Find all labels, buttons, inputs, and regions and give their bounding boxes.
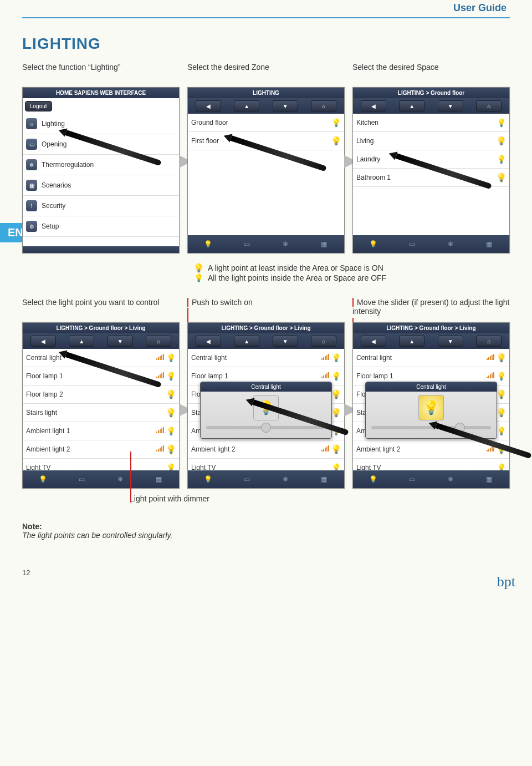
bottom-bulb-icon: 💡 xyxy=(361,474,386,485)
bottom-bulb-icon: 💡 xyxy=(361,239,386,250)
screen-zones: LIGHTING ◀ ▲ ▼ ⌂ Ground floor💡 First flo… xyxy=(187,87,345,253)
nav-down-button[interactable]: ▼ xyxy=(273,100,298,111)
opening-icon: ▭ xyxy=(26,139,37,150)
zone-item-ground[interactable]: Ground floor💡 xyxy=(188,114,344,132)
page-number: 12 xyxy=(22,569,510,577)
security-icon: ! xyxy=(26,200,37,211)
nav-up-button[interactable]: ▲ xyxy=(234,100,259,111)
screen-home: HOME SAPIENS WEB INTERFACE Logout ☼Light… xyxy=(22,87,180,253)
bottom-bulb-icon: 💡 xyxy=(196,239,221,250)
bulb-on-icon: 💡 xyxy=(331,136,341,145)
bottom-scenario-icon: ▦ xyxy=(311,239,336,250)
dimmer-bars-icon xyxy=(156,445,164,453)
bulb-on-icon: 💡 xyxy=(497,408,506,417)
bpt-logo: bpt xyxy=(497,574,515,590)
light-item[interactable]: Stairs light💡 xyxy=(23,404,179,422)
bottom-bulb-icon: 💡 xyxy=(196,474,221,485)
dimmer-bars-icon xyxy=(156,372,164,380)
light-item[interactable]: Light TV💡 xyxy=(353,459,509,470)
nav-up-button[interactable]: ▲ xyxy=(399,336,424,347)
light-item[interactable]: Central light💡 xyxy=(353,349,509,367)
lighting-icon: ☼ xyxy=(26,118,37,129)
light-item[interactable]: Light TV💡 xyxy=(188,459,344,470)
nav-home-button[interactable]: ⌂ xyxy=(476,336,502,347)
bottom-bar xyxy=(23,246,179,253)
nav-back-button[interactable]: ◀ xyxy=(361,100,386,111)
nav-home-button[interactable]: ⌂ xyxy=(311,100,336,111)
scenarios-icon: ▦ xyxy=(26,180,37,191)
menu-item-setup[interactable]: ⚙Setup xyxy=(23,216,179,237)
caption-step2: Select the desired Zone xyxy=(187,63,345,84)
light-item[interactable]: Ambient light 2💡 xyxy=(23,440,179,459)
legend-on-text: A light point at least inside the Area o… xyxy=(208,263,383,272)
nav-home-button[interactable]: ⌂ xyxy=(311,336,336,347)
screen-zones-title: LIGHTING xyxy=(188,88,344,98)
nav-back-button[interactable]: ◀ xyxy=(361,336,386,347)
nav-down-button[interactable]: ▼ xyxy=(273,336,298,347)
header-title: User Guide xyxy=(22,0,510,18)
nav-up-button[interactable]: ▲ xyxy=(234,336,259,347)
popup-title: Central light xyxy=(366,382,497,392)
nav-down-button[interactable]: ▼ xyxy=(438,336,463,347)
legend: 💡A light point at least inside the Area … xyxy=(194,263,510,282)
space-item-kitchen[interactable]: Kitchen💡 xyxy=(353,114,509,132)
bottom-window-icon: ▭ xyxy=(69,474,94,485)
light-item[interactable]: Floor lamp 2💡 xyxy=(23,385,179,404)
dimmer-bars-icon xyxy=(486,354,494,362)
menu-item-scenarios[interactable]: ▦Scenarios xyxy=(23,175,179,196)
dimmer-bars-icon xyxy=(321,354,329,362)
legend-off-text: All the light points inside the Area or … xyxy=(208,273,386,282)
bulb-on-icon: 💡 xyxy=(331,390,341,399)
nav-home-button[interactable]: ⌂ xyxy=(146,336,171,347)
nav-back-button[interactable]: ◀ xyxy=(196,336,221,347)
menu-item-lighting[interactable]: ☼Lighting xyxy=(23,114,179,134)
nav-back-button[interactable]: ◀ xyxy=(196,100,221,111)
bottom-thermo-icon: ❄ xyxy=(438,474,463,485)
bottom-scenario-icon: ▦ xyxy=(311,474,336,485)
bulb-on-icon: 💡 xyxy=(497,353,506,362)
bulb-off-icon: 💡 xyxy=(497,427,506,435)
light-toggle-button[interactable]: 💡 xyxy=(418,395,444,420)
screen-lights-title: LIGHTING > Ground floor > Living xyxy=(23,323,179,333)
nav-back-button[interactable]: ◀ xyxy=(30,336,56,347)
space-item-living[interactable]: Living💡 xyxy=(353,132,509,150)
section-title: LIGHTING xyxy=(22,35,510,53)
caption-step3: Select the desired Space xyxy=(352,63,510,84)
caption-step6: Move the slider (if present) to adjust t… xyxy=(352,298,510,319)
setup-icon: ⚙ xyxy=(26,221,37,232)
light-item[interactable]: Light TV💡 xyxy=(23,459,179,470)
dimmer-bars-icon xyxy=(156,354,164,362)
bulb-on-icon: 💡 xyxy=(497,390,506,399)
menu-item-thermo[interactable]: ❄Thermoregulation xyxy=(23,155,179,175)
bottom-window-icon: ▭ xyxy=(400,474,424,485)
bulb-off-icon: 💡 xyxy=(166,353,176,362)
screen-spaces-title: LIGHTING > Ground floor xyxy=(353,88,509,98)
bulb-on-icon: 💡 xyxy=(166,408,176,417)
bulb-off-icon: 💡 xyxy=(331,463,341,470)
bottom-thermo-icon: ❄ xyxy=(438,239,463,250)
nav-down-button[interactable]: ▼ xyxy=(438,100,463,111)
light-item[interactable]: Ambient light 1💡 xyxy=(23,422,179,440)
screen-lights-title: LIGHTING > Ground floor > Living xyxy=(353,323,509,333)
logout-button[interactable]: Logout xyxy=(25,101,52,111)
screen-spaces: LIGHTING > Ground floor ◀ ▲ ▼ ⌂ Kitchen💡… xyxy=(352,87,510,253)
light-item[interactable]: Ambient light 2💡 xyxy=(188,440,344,459)
bulb-off-icon: 💡 xyxy=(331,372,341,381)
light-popup: Central light 💡 xyxy=(365,382,497,439)
thermo-icon: ❄ xyxy=(26,159,37,170)
nav-up-button[interactable]: ▲ xyxy=(399,100,424,111)
nav-up-button[interactable]: ▲ xyxy=(69,336,94,347)
nav-down-button[interactable]: ▼ xyxy=(108,336,133,347)
menu-item-security[interactable]: !Security xyxy=(23,196,179,216)
light-item[interactable]: Central light💡 xyxy=(188,349,344,367)
screen-lights-title: LIGHTING > Ground floor > Living xyxy=(188,323,344,333)
bulb-on-icon: 💡 xyxy=(497,136,506,145)
caption-step4: Select the light point you want to contr… xyxy=(22,298,180,319)
nav-home-button[interactable]: ⌂ xyxy=(476,100,502,111)
dimmer-slider[interactable] xyxy=(206,426,326,429)
callout-line xyxy=(130,452,131,503)
bulb-off-icon: 💡 xyxy=(331,118,341,127)
bulb-off-icon: 💡 xyxy=(166,427,176,435)
bottom-thermo-icon: ❄ xyxy=(273,474,298,485)
bulb-off-icon: 💡 xyxy=(166,372,176,381)
